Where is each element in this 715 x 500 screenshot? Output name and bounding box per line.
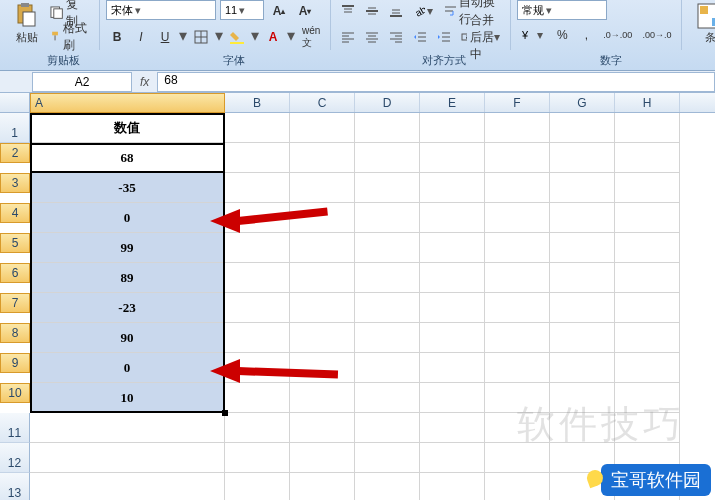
cell[interactable] (225, 443, 290, 473)
cell[interactable] (30, 473, 225, 500)
grow-font-button[interactable]: A▴ (268, 0, 290, 22)
cell[interactable] (485, 263, 550, 293)
chevron-down-icon[interactable]: ▾ (178, 26, 188, 48)
cell[interactable] (290, 443, 355, 473)
cell[interactable] (550, 263, 615, 293)
cell[interactable] (550, 173, 615, 203)
cell[interactable] (420, 293, 485, 323)
borders-button[interactable] (190, 26, 212, 48)
increase-decimal-button[interactable]: .0→.00 (599, 24, 636, 46)
column-header[interactable]: D (355, 93, 420, 112)
cell[interactable] (615, 353, 680, 383)
cell[interactable] (615, 143, 680, 173)
cell[interactable] (30, 443, 225, 473)
cell[interactable] (355, 233, 420, 263)
accounting-format-button[interactable]: ¥▾ (517, 24, 549, 46)
phonetic-button[interactable]: wén文 (298, 26, 324, 48)
cell[interactable] (290, 113, 355, 143)
shrink-font-button[interactable]: A▾ (294, 0, 316, 22)
cell[interactable] (355, 473, 420, 500)
cell[interactable] (355, 143, 420, 173)
row-header[interactable]: 11 (0, 413, 30, 443)
cell[interactable] (355, 293, 420, 323)
cell[interactable] (225, 263, 290, 293)
cell[interactable] (615, 203, 680, 233)
conditional-format-button[interactable]: 条 (688, 2, 715, 48)
cell[interactable] (355, 443, 420, 473)
cell[interactable] (550, 413, 615, 443)
cell[interactable] (420, 443, 485, 473)
cell[interactable] (550, 233, 615, 263)
cell[interactable] (615, 443, 680, 473)
cell[interactable] (290, 173, 355, 203)
cell[interactable] (420, 113, 485, 143)
cell[interactable] (225, 113, 290, 143)
cell[interactable] (420, 353, 485, 383)
cell[interactable]: -35 (30, 173, 225, 203)
cell[interactable] (290, 263, 355, 293)
cell[interactable] (550, 353, 615, 383)
cell[interactable] (485, 383, 550, 413)
cell[interactable] (615, 263, 680, 293)
font-name-select[interactable]: 宋体▾ (106, 0, 216, 20)
cell[interactable] (550, 203, 615, 233)
cell[interactable] (420, 383, 485, 413)
cell[interactable] (355, 413, 420, 443)
align-bottom-button[interactable] (385, 0, 407, 22)
row-header[interactable]: 2 (0, 143, 30, 163)
comma-format-button[interactable]: , (575, 24, 597, 46)
cell[interactable] (485, 353, 550, 383)
cell[interactable] (615, 233, 680, 263)
cell[interactable] (290, 413, 355, 443)
cell[interactable] (290, 383, 355, 413)
align-middle-button[interactable] (361, 0, 383, 22)
cell[interactable] (550, 293, 615, 323)
cell[interactable] (615, 473, 680, 500)
row-header[interactable]: 5 (0, 233, 30, 253)
row-header[interactable]: 10 (0, 383, 30, 403)
cell[interactable] (355, 323, 420, 353)
fill-handle[interactable] (222, 410, 228, 416)
column-header[interactable]: C (290, 93, 355, 112)
chevron-down-icon[interactable]: ▾ (250, 26, 260, 48)
font-size-select[interactable]: 11▾ (220, 0, 264, 20)
cell[interactable] (355, 173, 420, 203)
row-header[interactable]: 9 (0, 353, 30, 373)
cell[interactable] (30, 413, 225, 443)
cell[interactable] (485, 443, 550, 473)
cell[interactable]: 90 (30, 323, 225, 353)
chevron-down-icon[interactable]: ▾ (286, 26, 296, 48)
column-header[interactable]: A (30, 93, 225, 113)
align-top-button[interactable] (337, 0, 359, 22)
underline-button[interactable]: U (154, 26, 176, 48)
number-format-select[interactable]: 常规▾ (517, 0, 607, 20)
column-header[interactable]: E (420, 93, 485, 112)
cell[interactable] (290, 233, 355, 263)
cell[interactable] (225, 323, 290, 353)
cell[interactable] (225, 293, 290, 323)
cell[interactable] (225, 413, 290, 443)
cell[interactable] (355, 113, 420, 143)
cell[interactable] (290, 473, 355, 500)
cell[interactable] (550, 323, 615, 353)
cell[interactable] (420, 173, 485, 203)
cell[interactable] (615, 173, 680, 203)
cell[interactable] (420, 143, 485, 173)
paste-button[interactable]: 粘贴 (10, 2, 44, 48)
italic-button[interactable]: I (130, 26, 152, 48)
cell[interactable] (485, 413, 550, 443)
cell[interactable] (355, 383, 420, 413)
cell[interactable] (290, 293, 355, 323)
cell[interactable] (225, 143, 290, 173)
cell[interactable] (615, 383, 680, 413)
cell[interactable]: 99 (30, 233, 225, 263)
cell[interactable] (420, 263, 485, 293)
merge-center-button[interactable]: a合并后居中▾ (457, 26, 504, 48)
fx-label[interactable]: fx (140, 75, 149, 89)
increase-indent-button[interactable] (433, 26, 455, 48)
cell[interactable] (550, 473, 615, 500)
cell[interactable]: 0 (30, 353, 225, 383)
decrease-indent-button[interactable] (409, 26, 431, 48)
formula-input[interactable]: 68 (157, 72, 715, 92)
cell[interactable]: 10 (30, 383, 225, 413)
